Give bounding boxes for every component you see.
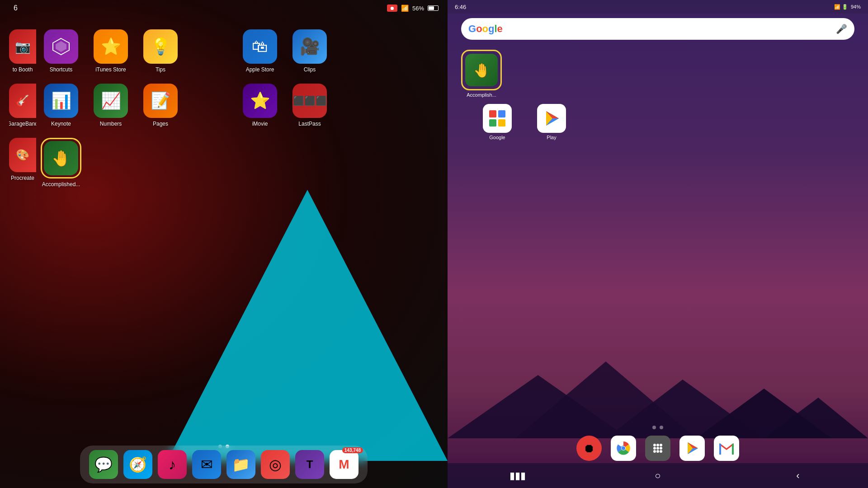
android-dock-apps[interactable] <box>645 436 670 461</box>
android-dock: ⏺ <box>448 436 868 461</box>
svg-point-18 <box>622 446 625 450</box>
android-dot-2 <box>660 426 663 429</box>
dock-music[interactable]: ♪ <box>158 450 187 479</box>
android-statusbar: 6:46 📶 🔋 94% <box>448 0 868 14</box>
android-navbar: ▮▮▮ ○ ‹ <box>448 463 868 488</box>
svg-point-27 <box>660 450 662 453</box>
svg-rect-7 <box>489 110 496 117</box>
android-accomplished-app[interactable]: 🤚 Accomplish... <box>461 50 502 98</box>
dock-files[interactable]: 📁 <box>226 450 255 479</box>
google-logo: Google <box>468 23 503 35</box>
app-apple-store-label: Apple Store <box>246 66 274 73</box>
app-lastpass[interactable]: ⬛⬛⬛ LastPass <box>285 84 335 127</box>
svg-rect-34 <box>732 444 734 455</box>
dock-messages[interactable]: 💬 <box>89 450 118 479</box>
android-app-google[interactable]: Google <box>475 104 520 140</box>
android-battery: 94% <box>851 4 861 9</box>
android-dot-1 <box>652 426 656 429</box>
svg-point-25 <box>653 450 656 453</box>
ipad-battery-indicator: ⏺ <box>387 5 397 12</box>
app-photo-booth[interactable]: 📷 to Booth <box>9 29 36 73</box>
ipad-battery-bar <box>428 5 439 11</box>
android-google-icon <box>483 104 512 133</box>
app-tips[interactable]: 💡 Tips <box>136 29 185 73</box>
android-dock-chrome[interactable] <box>611 436 636 461</box>
svg-marker-1 <box>56 41 66 52</box>
android-play-label: Play <box>547 135 556 140</box>
android-nav-recents[interactable]: ▮▮▮ <box>506 467 529 485</box>
android-accomplished-icon: 🤚 <box>465 54 498 86</box>
app-procreate-label: Procreate <box>11 175 34 181</box>
dock-gmail[interactable]: M 143,748 <box>330 450 359 479</box>
ipad-dock: 💬 🧭 ♪ ✉ 📁 ◎ T M 143,748 <box>80 446 368 483</box>
app-accomplished[interactable]: 🤚 Accomplished... <box>36 138 86 188</box>
dock-chrome[interactable]: ◎ <box>261 450 290 479</box>
app-shortcuts-label: Shortcuts <box>50 66 73 73</box>
android-panel: 6:46 📶 🔋 94% Google 🎤 🤚 Accomplish... <box>448 0 868 488</box>
ipad-panel: 6 ⏺ 📶 56% 📷 to Booth Shortcuts ⭐ iTunes … <box>0 0 448 488</box>
app-itunes-label: iTunes Store <box>95 66 126 73</box>
android-time: 6:46 <box>455 4 466 10</box>
app-keynote[interactable]: 📊 Keynote <box>36 84 86 127</box>
android-nav-home[interactable]: ○ <box>646 467 669 485</box>
android-icons: 📶 🔋 <box>834 4 848 10</box>
android-status-right: 📶 🔋 94% <box>834 4 861 10</box>
app-imovie[interactable]: ⭐ iMovie <box>235 84 285 127</box>
app-clips-label: Clips <box>304 66 316 73</box>
android-app-grid: Google Play <box>475 104 574 140</box>
svg-rect-32 <box>719 442 734 455</box>
svg-point-23 <box>656 447 659 450</box>
android-app-play[interactable]: Play <box>529 104 574 140</box>
svg-rect-33 <box>719 444 721 455</box>
ipad-time: 6 <box>14 4 18 12</box>
gmail-badge: 143,748 <box>342 447 363 453</box>
app-numbers-label: Numbers <box>100 121 122 127</box>
app-itunes-store[interactable]: ⭐ iTunes Store <box>86 29 136 73</box>
android-page-dots <box>652 426 663 429</box>
app-numbers[interactable]: 📈 Numbers <box>86 84 136 127</box>
android-mountains <box>448 339 868 438</box>
mic-icon[interactable]: 🎤 <box>836 23 847 34</box>
app-photo-booth-label: to Booth <box>13 66 33 73</box>
ipad-status-icons: ⏺ 📶 56% <box>387 5 439 12</box>
dock-teams[interactable]: T <box>295 450 324 479</box>
ipad-decorative-triangle <box>167 190 448 461</box>
svg-point-22 <box>653 447 656 450</box>
app-garageband[interactable]: 🎸 GarageBand <box>9 84 36 127</box>
svg-point-26 <box>656 450 659 453</box>
app-imovie-label: iMovie <box>252 121 268 127</box>
app-keynote-label: Keynote <box>51 121 71 127</box>
app-tips-label: Tips <box>156 66 165 73</box>
android-play-icon <box>537 104 566 133</box>
ipad-wifi-icon: 📶 <box>401 5 409 12</box>
app-apple-store[interactable]: 🛍 Apple Store <box>235 29 285 73</box>
app-clips[interactable]: 🎥 Clips <box>285 29 335 73</box>
android-search-bar-container: Google 🎤 <box>461 18 854 40</box>
android-nav-back[interactable]: ‹ <box>787 467 809 485</box>
app-procreate[interactable]: 🎨 Procreate <box>9 138 36 181</box>
svg-point-19 <box>653 444 656 446</box>
android-dock-play-store[interactable] <box>679 436 705 461</box>
svg-rect-9 <box>489 119 496 127</box>
dock-mail[interactable]: ✉ <box>192 450 221 479</box>
svg-rect-8 <box>498 110 505 117</box>
app-pages-label: Pages <box>153 121 168 127</box>
app-pages[interactable]: 📝 Pages <box>136 84 185 127</box>
ipad-battery-percent: 56% <box>412 5 424 12</box>
android-google-label: Google <box>489 135 505 140</box>
android-dock-record[interactable]: ⏺ <box>576 436 602 461</box>
app-shortcuts[interactable]: Shortcuts <box>36 29 86 73</box>
svg-point-21 <box>660 444 662 446</box>
app-accomplished-label: Accomplished... <box>42 181 80 188</box>
svg-point-24 <box>660 447 662 450</box>
android-accomplished-wrapper: 🤚 <box>461 50 502 90</box>
ipad-statusbar: 6 ⏺ 📶 56% <box>0 0 448 16</box>
svg-rect-10 <box>498 119 505 127</box>
svg-point-20 <box>656 444 659 446</box>
app-lastpass-label: LastPass <box>298 121 321 127</box>
app-garageband-label: GarageBand <box>9 121 36 127</box>
android-search-bar[interactable]: Google 🎤 <box>461 18 854 40</box>
android-accomplished-label: Accomplish... <box>461 92 502 98</box>
android-dock-gmail[interactable] <box>714 436 739 461</box>
dock-safari[interactable]: 🧭 <box>123 450 152 479</box>
